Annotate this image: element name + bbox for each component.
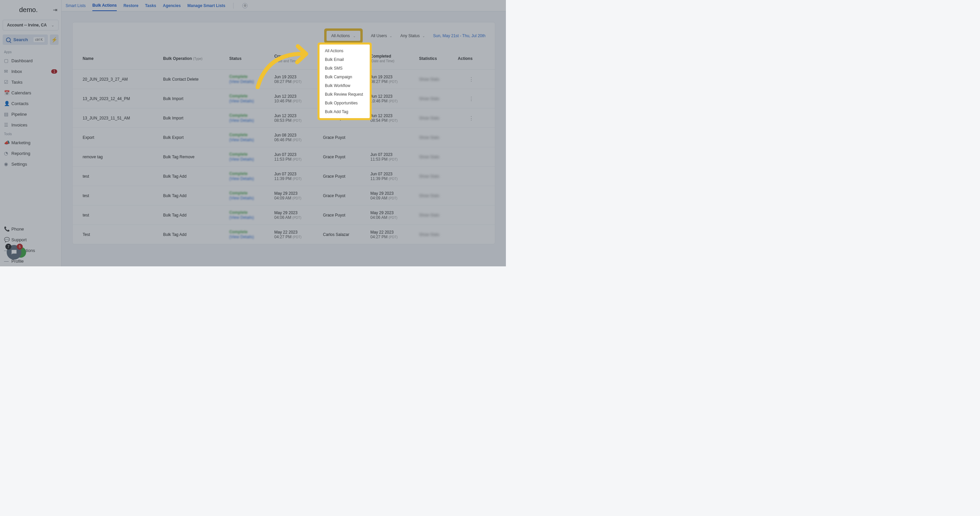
cell-statistics[interactable]: Show Stats	[416, 167, 455, 186]
cell-status: Complete(View Details)	[226, 108, 271, 128]
sidebar-item-settings[interactable]: ◉Settings	[0, 159, 61, 169]
sidebar-item-invoices[interactable]: ☰Invoices	[0, 119, 61, 130]
sidebar-item-calendars[interactable]: 📅Calendars	[0, 88, 61, 98]
cell-statistics[interactable]: Show Stats	[416, 147, 455, 167]
nav-label: Calendars	[11, 90, 57, 96]
apps-section-label: Apps	[0, 48, 61, 55]
sidebar-item-pipeline[interactable]: ▤Pipeline	[0, 109, 61, 119]
tabbar: Smart ListsBulk ActionsRestoreTasksAgenc…	[62, 0, 506, 11]
cell-statistics[interactable]: Show Stats	[416, 205, 455, 225]
date-range-filter[interactable]: Sun, May 21st - Thu, Jul 20th	[433, 33, 485, 38]
cell-statistics[interactable]: Show Stats	[416, 70, 455, 89]
dropdown-item-bulk-add-tag[interactable]: Bulk Add Tag	[320, 107, 370, 116]
nav-icon: ☰	[4, 122, 11, 127]
dropdown-item-bulk-review-request[interactable]: Bulk Review Request	[320, 90, 370, 99]
all-actions-filter[interactable]: All Actions ⌄	[326, 31, 360, 41]
tab-restore[interactable]: Restore	[124, 1, 138, 11]
table-row: ExportBulk ExportComplete(View Details)J…	[73, 128, 495, 147]
search-input[interactable]: Search ctrl K	[3, 35, 48, 45]
cell-statistics[interactable]: Show Stats	[416, 108, 455, 128]
col-completed: Completed(Date and Time)	[367, 49, 416, 70]
sidebar-item-support[interactable]: 💬Support	[0, 234, 61, 245]
tab-agencies[interactable]: Agencies	[163, 1, 181, 11]
nav-label: Invoices	[11, 123, 57, 127]
nav-icon: ✉	[4, 68, 11, 74]
nav-icon: ◔	[4, 151, 11, 156]
nav-label: Phone	[11, 226, 57, 232]
tab-manage-smart-lists[interactable]: Manage Smart Lists	[188, 1, 225, 11]
cell-statistics[interactable]: Show Stats	[416, 128, 455, 147]
all-users-label: All Users	[371, 33, 387, 38]
bulk-actions-card: All Actions ⌄ All Users ⌄ Any Status ⌄ S…	[72, 22, 495, 244]
col-operation: Bulk Operation (Type)	[160, 49, 226, 70]
any-status-label: Any Status	[400, 33, 420, 38]
chat-bubble-icon[interactable]: 7 5	[7, 245, 21, 260]
bolt-button[interactable]: ⚡	[50, 35, 59, 45]
cell-completed: May 22 202304:27 PM (PDT)	[367, 225, 416, 244]
gear-icon[interactable]: ⚙	[242, 3, 248, 8]
cell-name: remove tag	[73, 147, 160, 167]
cell-statistics[interactable]: Show Stats	[416, 225, 455, 244]
cell-statistics[interactable]: Show Stats	[416, 186, 455, 205]
nav-label: Support	[11, 237, 57, 242]
nav-icon: 📞	[4, 226, 11, 232]
cell-statistics[interactable]: Show Stats	[416, 89, 455, 108]
row-actions-menu[interactable]: ⋮	[454, 108, 495, 128]
account-label: Account -- Irvine, CA	[7, 23, 51, 27]
cell-completed: May 29 202304:06 AM (PDT)	[367, 205, 416, 225]
sidebar-item-marketing[interactable]: 📣Marketing	[0, 137, 61, 148]
cell-completed: Jun 07 202311:53 PM (PDT)	[367, 147, 416, 167]
dropdown-item-bulk-campaign[interactable]: Bulk Campaign	[320, 73, 370, 81]
row-actions-menu[interactable]: ⋮	[454, 70, 495, 89]
divider	[233, 3, 234, 9]
sidebar-item-reporting[interactable]: ◔Reporting	[0, 148, 61, 159]
sidebar-collapse-icon[interactable]: ⇥	[53, 7, 57, 13]
sidebar-item-tasks[interactable]: ☑Tasks	[0, 76, 61, 88]
row-actions-menu	[454, 128, 495, 147]
dropdown-item-all-actions[interactable]: All Actions	[320, 46, 370, 55]
sidebar-item-contacts[interactable]: 👤Contacts	[0, 98, 61, 109]
table-row: 13_JUN_2023_12_44_PMBulk ImportComplete(…	[73, 89, 495, 108]
tab-bulk-actions[interactable]: Bulk Actions	[92, 0, 117, 11]
table-row: TestBulk Tag AddComplete(View Details)Ma…	[73, 225, 495, 244]
account-selector[interactable]: Account -- Irvine, CA ⌄	[3, 20, 59, 30]
dropdown-item-bulk-workflow[interactable]: Bulk Workflow	[320, 81, 370, 90]
cell-created: Jun 07 202311:39 PM (PDT)	[271, 167, 320, 186]
cell-created: Jun 08 202306:46 PM (PDT)	[271, 128, 320, 147]
search-shortcut: ctrl K	[33, 37, 45, 42]
all-actions-dropdown-highlight: All ActionsBulk EmailBulk SMSBulk Campai…	[318, 43, 372, 120]
cell-name: Test	[73, 225, 160, 244]
dropdown-item-bulk-sms[interactable]: Bulk SMS	[320, 64, 370, 73]
tab-smart-lists[interactable]: Smart Lists	[65, 1, 86, 11]
cell-completed: Jun 12 202308:54 PM (PDT)	[367, 108, 416, 128]
cell-completed: Jun 19 202308:27 PM (PDT)	[367, 70, 416, 89]
nav-icon: ▢	[4, 58, 11, 63]
cell-name: test	[73, 205, 160, 225]
dropdown-item-bulk-email[interactable]: Bulk Email	[320, 55, 370, 64]
nav-label: Dashboard	[11, 58, 57, 63]
cell-created: May 29 202304:06 AM (PDT)	[271, 205, 320, 225]
all-actions-label: All Actions	[331, 33, 350, 38]
chat-widget[interactable]: 7 5	[7, 245, 26, 260]
cell-status: Complete(View Details)	[226, 147, 271, 167]
row-actions-menu[interactable]: ⋮	[454, 89, 495, 108]
sidebar: demo. ⇥ Account -- Irvine, CA ⌄ Search c…	[0, 0, 62, 266]
nav-icon: ▤	[4, 111, 11, 117]
sidebar-item-dashboard[interactable]: ▢Dashboard	[0, 55, 61, 66]
all-users-filter[interactable]: All Users ⌄	[371, 33, 392, 38]
tools-section-label: Tools	[0, 130, 61, 137]
table-row: 20_JUN_2023_3_27_AMBulk Contact DeleteCo…	[73, 70, 495, 89]
dropdown-item-bulk-opportunities[interactable]: Bulk Opportunities	[320, 99, 370, 107]
cell-completed: Jun 12 202310:46 PM (PDT)	[367, 89, 416, 108]
nav-icon: 📣	[4, 140, 11, 145]
col-status: Status	[226, 49, 271, 70]
sidebar-item-phone[interactable]: 📞Phone	[0, 223, 61, 234]
sidebar-item-inbox[interactable]: ✉Inbox1	[0, 66, 61, 76]
logo: demo.	[4, 6, 53, 14]
nav-icon: ☑	[4, 79, 11, 84]
nav-icon: 💬	[4, 237, 11, 242]
any-status-filter[interactable]: Any Status ⌄	[400, 33, 425, 38]
tab-tasks[interactable]: Tasks	[145, 1, 156, 11]
chat-badge-dark: 7	[5, 244, 11, 250]
cell-operation: Bulk Tag Add	[160, 205, 226, 225]
